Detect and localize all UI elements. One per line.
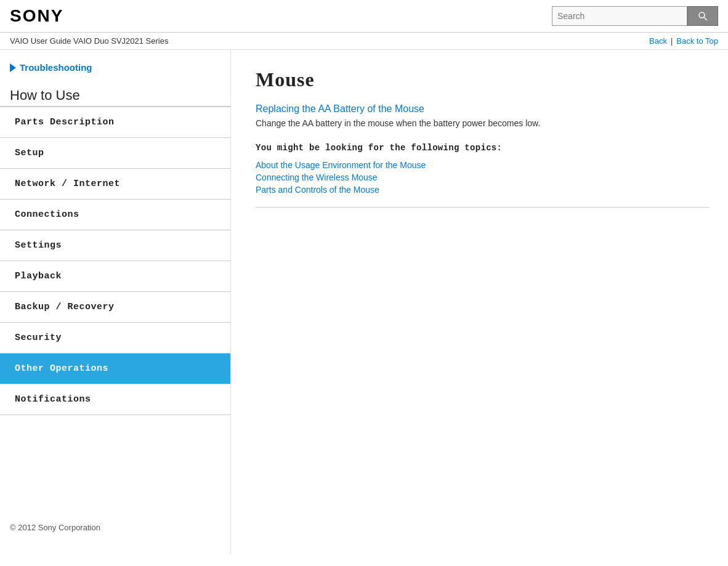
sidebar-item-settings[interactable]: Settings <box>0 230 230 261</box>
search-button[interactable] <box>687 6 718 26</box>
main-description: Change the AA battery in the mouse when … <box>256 118 710 128</box>
breadcrumb-bar: VAIO User Guide VAIO Duo SVJ2021 Series … <box>0 33 728 50</box>
search-input[interactable] <box>552 6 687 26</box>
header: SONY <box>0 0 728 33</box>
main-layout: Troubleshooting How to Use Parts Descrip… <box>0 50 728 554</box>
sidebar-item-network-internet[interactable]: Network / Internet <box>0 169 230 200</box>
copyright-text: © 2012 Sony Corporation <box>10 523 100 532</box>
sidebar-footer: © 2012 Sony Corporation <box>0 513 230 542</box>
related-link-2[interactable]: Parts and Controls of the Mouse <box>256 185 710 195</box>
sidebar-item-setup[interactable]: Setup <box>0 138 230 169</box>
breadcrumb-separator: | <box>671 36 673 46</box>
svg-line-1 <box>704 17 707 20</box>
troubleshooting-link[interactable]: Troubleshooting <box>0 62 230 83</box>
content-area: Mouse Replacing the AA Battery of the Mo… <box>231 50 728 554</box>
sidebar-item-parts-description[interactable]: Parts Description <box>0 107 230 138</box>
back-link[interactable]: Back <box>649 36 667 46</box>
breadcrumb-links: Back | Back to Top <box>649 36 718 46</box>
related-topics-heading: You might be looking for the following t… <box>256 143 710 153</box>
sony-logo: SONY <box>10 6 63 26</box>
search-icon <box>698 11 708 21</box>
sidebar-item-backup-recovery[interactable]: Backup / Recovery <box>0 292 230 323</box>
how-to-use-heading: How to Use <box>0 83 230 107</box>
sidebar: Troubleshooting How to Use Parts Descrip… <box>0 50 231 554</box>
arrow-icon <box>10 63 16 72</box>
related-link-1[interactable]: Connecting the Wireless Mouse <box>256 172 710 182</box>
sidebar-item-security[interactable]: Security <box>0 323 230 354</box>
related-link-0[interactable]: About the Usage Environment for the Mous… <box>256 160 710 170</box>
troubleshooting-label: Troubleshooting <box>20 62 92 73</box>
content-divider <box>256 207 710 208</box>
sidebar-item-connections[interactable]: Connections <box>0 200 230 230</box>
svg-point-0 <box>699 12 705 18</box>
page-title: Mouse <box>256 68 710 91</box>
back-to-top-link[interactable]: Back to Top <box>676 36 718 46</box>
search-area <box>552 6 718 26</box>
main-article-link[interactable]: Replacing the AA Battery of the Mouse <box>256 103 710 115</box>
guide-title: VAIO User Guide VAIO Duo SVJ2021 Series <box>10 36 168 46</box>
sidebar-item-notifications[interactable]: Notifications <box>0 384 230 415</box>
sidebar-item-other-operations[interactable]: Other Operations <box>0 354 230 384</box>
sidebar-item-playback[interactable]: Playback <box>0 261 230 292</box>
